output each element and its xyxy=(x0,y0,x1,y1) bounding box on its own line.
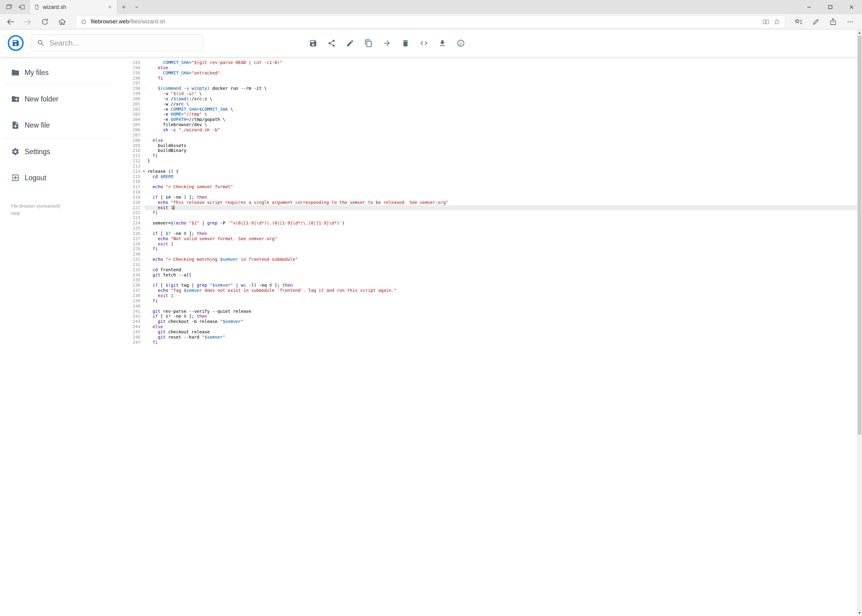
copy-button[interactable] xyxy=(362,36,375,50)
download-button[interactable] xyxy=(435,36,449,50)
code-line[interactable]: 213 xyxy=(129,163,857,169)
code-line[interactable]: 208 else xyxy=(129,138,857,143)
code-line[interactable]: 236 if [ $(git tag | grep "$semver" | wc… xyxy=(129,283,857,288)
more-options-button[interactable] xyxy=(842,14,859,30)
code-line[interactable]: 234 git fetch --all xyxy=(129,272,857,278)
code-line[interactable]: 202 -e COMMIT_SHA=$COMMIT_SHA \ xyxy=(129,107,857,112)
code-line[interactable]: 203 -e HOME="//tmp" \ xyxy=(129,112,857,117)
set-tabs-aside-button[interactable] xyxy=(16,0,28,14)
code-line[interactable]: 227 echo "Not valid semver format. See s… xyxy=(129,236,857,241)
code-line[interactable]: 244 else xyxy=(129,324,857,329)
home-button[interactable] xyxy=(54,14,71,30)
new-tab-button[interactable] xyxy=(117,0,130,14)
code-line[interactable]: 221 exit 1 xyxy=(129,205,857,211)
web-note-button[interactable] xyxy=(807,14,824,30)
move-button[interactable] xyxy=(380,36,394,50)
code-line[interactable]: 198 $(command -v winpty) docker run --rm… xyxy=(129,86,857,91)
code-line[interactable]: 219 if [ $# -ne 1 ]; then xyxy=(129,195,857,200)
code-line[interactable]: 193 COMMIT_SHA="$(git rev-parse HEAD | c… xyxy=(129,60,857,65)
code-line[interactable]: 224 semver=$(echo "$1" | grep -P '^v(0|[… xyxy=(129,220,857,226)
code-line[interactable]: 196 fi xyxy=(129,75,857,81)
code-line[interactable]: 243 git checkout -b release "$semver" xyxy=(129,319,857,324)
raw-code-button[interactable] xyxy=(417,36,430,50)
favorites-hub-button[interactable] xyxy=(790,14,807,30)
code-line[interactable]: 241 git rev-parse --verify --quiet relea… xyxy=(129,309,857,314)
code-line[interactable]: 223 xyxy=(129,215,857,220)
code-line[interactable]: 205 filebrowser/dev \ xyxy=(129,122,857,127)
code-line[interactable]: 222 fi xyxy=(129,210,857,215)
minimize-button[interactable] xyxy=(798,0,819,14)
code-line[interactable]: 215 cd $REPO xyxy=(129,174,857,179)
code-line[interactable]: 218 xyxy=(129,189,857,195)
fold-arrow-icon[interactable]: ▾ xyxy=(143,170,145,173)
code-line[interactable]: 233 cd frontend xyxy=(129,267,857,272)
code-line[interactable]: 206 sh -c "./wizard.sh -b" xyxy=(129,127,857,132)
delete-button[interactable] xyxy=(399,36,412,50)
refresh-button[interactable] xyxy=(36,14,54,30)
code-line[interactable]: 237 echo "Tag $semver does not exist in … xyxy=(129,288,857,293)
code-line[interactable]: 217 echo "> Checking semver format" xyxy=(129,184,857,189)
code-line[interactable]: 194 else xyxy=(129,65,857,71)
rename-button[interactable] xyxy=(343,36,357,50)
page-scrollbar[interactable]: ▲ ▼ xyxy=(857,30,862,616)
share-page-button[interactable] xyxy=(824,14,842,30)
code-line[interactable]: 199 -u "$(id -u)" \ xyxy=(129,91,857,96)
code-line[interactable]: 239 fi xyxy=(129,298,857,303)
back-button[interactable] xyxy=(2,14,19,30)
maximize-button[interactable] xyxy=(819,0,841,14)
sidebar-item-new-folder[interactable]: New folder xyxy=(0,90,129,108)
sidebar-item-new-file[interactable]: New file xyxy=(0,116,129,134)
share-button[interactable] xyxy=(325,36,338,50)
search-input[interactable] xyxy=(49,39,198,47)
close-tab-button[interactable] xyxy=(107,4,113,11)
info-button[interactable] xyxy=(454,36,468,50)
tabs-set-aside-button[interactable] xyxy=(2,0,16,14)
code-line[interactable]: 210 buildBinary xyxy=(129,148,857,153)
site-info-icon[interactable] xyxy=(80,19,87,25)
code-line[interactable]: 231 echo "> Checking matching $semver in… xyxy=(129,257,857,262)
code-line[interactable]: 225 xyxy=(129,226,857,231)
code-line[interactable]: 230 xyxy=(129,251,857,257)
code-line[interactable]: 226 if [ $? -ne 0 ]; then xyxy=(129,231,857,236)
code-line[interactable]: 201 -w //src \ xyxy=(129,102,857,107)
code-line[interactable]: 228 exit 1 xyxy=(129,241,857,247)
forward-button[interactable] xyxy=(19,14,36,30)
save-button[interactable] xyxy=(306,36,320,50)
code-line[interactable]: 240 xyxy=(129,303,857,309)
code-editor[interactable]: 193 COMMIT_SHA="$(git rev-parse HEAD | c… xyxy=(129,57,857,616)
close-window-button[interactable] xyxy=(841,0,862,14)
favorite-star-icon[interactable] xyxy=(773,18,780,25)
scroll-down-arrow-icon[interactable]: ▼ xyxy=(857,610,862,616)
sidebar-item-logout[interactable]: Logout xyxy=(0,168,129,187)
code-line[interactable]: 212} xyxy=(129,159,857,163)
code-line[interactable]: 209 buildAssets xyxy=(129,143,857,148)
code-line[interactable]: 211 fi xyxy=(129,153,857,159)
code-line[interactable]: 214▾release () { xyxy=(129,169,857,174)
code-line[interactable]: 235 xyxy=(129,277,857,283)
reading-view-icon[interactable] xyxy=(762,18,769,25)
code-line[interactable]: 200 -v /$(pwd):/src:z \ xyxy=(129,96,857,102)
code-line[interactable]: 229 fi xyxy=(129,246,857,251)
browser-tab[interactable]: wizard.sh xyxy=(30,0,117,14)
address-bar[interactable]: filebrowser.web/files/wizard.sh xyxy=(76,16,785,28)
app-logo[interactable] xyxy=(8,35,24,51)
code-line[interactable]: 195 COMMIT_SHA="untracked" xyxy=(129,71,857,75)
code-line[interactable]: 232 xyxy=(129,262,857,267)
scrollbar-thumb[interactable] xyxy=(858,36,861,435)
help-link[interactable]: Help xyxy=(11,210,60,217)
search-box[interactable] xyxy=(32,35,203,52)
code-line[interactable]: 245 git checkout release xyxy=(129,329,857,335)
code-line[interactable]: 238 exit 1 xyxy=(129,293,857,298)
code-line[interactable]: 216 xyxy=(129,179,857,184)
code-line[interactable]: 220 echo "This release script requires a… xyxy=(129,200,857,205)
scroll-up-arrow-icon[interactable]: ▲ xyxy=(857,30,862,36)
sidebar-item-my-files[interactable]: My files xyxy=(0,63,129,82)
code-line[interactable]: 242 if [ $? -ne 0 ]; then xyxy=(129,314,857,319)
code-line[interactable]: 204 -e GOPATH=//tmp/gopath \ xyxy=(129,117,857,122)
sidebar-item-settings[interactable]: Settings xyxy=(0,142,129,161)
code-line[interactable]: 207 xyxy=(129,132,857,138)
code-line[interactable]: 247 fi xyxy=(129,340,857,345)
show-tab-previews-button[interactable] xyxy=(130,0,143,14)
code-line[interactable]: 246 git reset --hard "$semver" xyxy=(129,335,857,340)
code-line[interactable]: 197 xyxy=(129,80,857,86)
